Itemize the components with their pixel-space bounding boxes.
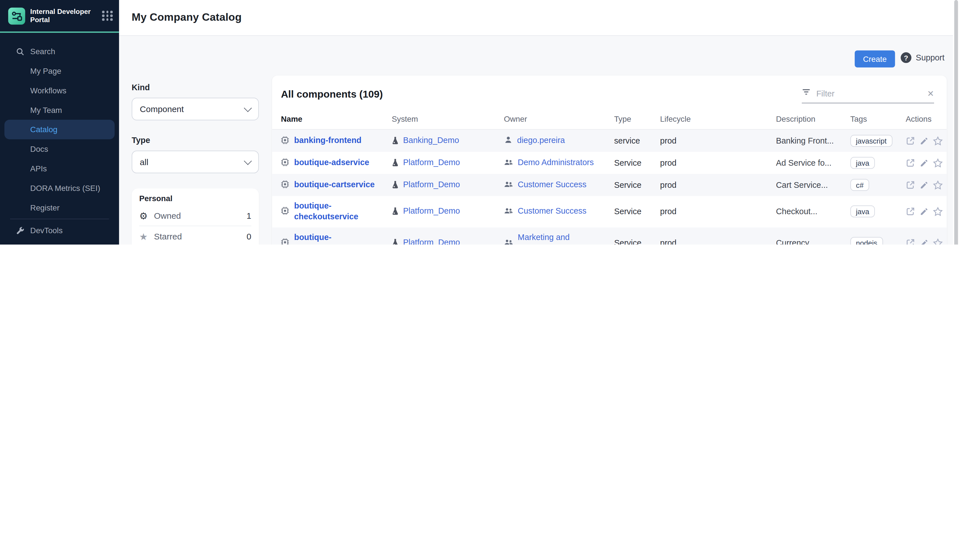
- star-icon[interactable]: [933, 136, 943, 146]
- system-link[interactable]: Banking_Demo: [403, 135, 459, 146]
- star-icon[interactable]: [933, 158, 943, 168]
- type-cell: Service: [614, 207, 660, 216]
- table-filter: ✕: [802, 88, 934, 104]
- sidebar-item-label: DORA Metrics (SEI): [30, 183, 100, 192]
- owner-link[interactable]: Marketing and DevRel: [518, 232, 598, 245]
- sidebar-item-dora-metrics-sei[interactable]: DORA Metrics (SEI): [0, 178, 119, 198]
- edit-icon[interactable]: [920, 158, 928, 168]
- owned-filter[interactable]: ⚙ Owned 1: [139, 205, 251, 226]
- component-chip-icon: [281, 206, 289, 217]
- component-chip-icon: [281, 157, 289, 169]
- description-cell: Checkout...: [776, 207, 850, 216]
- column-header-tags[interactable]: Tags: [850, 115, 906, 123]
- table-row: boutique-currencyservicePlatform_DemoMar…: [272, 227, 947, 245]
- type-cell: service: [614, 136, 660, 145]
- owned-count: 1: [247, 211, 251, 220]
- filters-panel: Kind Component Type all Personal ⚙ Owned…: [132, 83, 259, 245]
- actions-cell: [906, 158, 939, 168]
- app-window: Internal Developer Portal Search My Page…: [0, 0, 980, 245]
- table-filter-input[interactable]: [815, 88, 923, 99]
- kind-select[interactable]: Component: [132, 97, 259, 120]
- star-icon[interactable]: [933, 180, 943, 190]
- column-header-system[interactable]: System: [392, 115, 504, 123]
- create-button[interactable]: Create: [855, 51, 895, 67]
- tag-chip: java: [850, 206, 875, 218]
- support-button[interactable]: ? Support: [900, 52, 944, 63]
- sidebar: Internal Developer Portal Search My Page…: [0, 0, 119, 245]
- sidebar-item-workflows[interactable]: Workflows: [0, 81, 119, 100]
- open-in-new-icon[interactable]: [906, 238, 915, 245]
- lifecycle-cell: prod: [660, 158, 776, 168]
- sidebar-item-devtools[interactable]: DevTools: [0, 220, 119, 240]
- group-icon: [504, 157, 513, 169]
- sidebar-item-label: APIs: [30, 164, 47, 173]
- column-header-owner[interactable]: Owner: [504, 115, 614, 123]
- system-link[interactable]: Platform_Demo: [403, 238, 460, 245]
- component-link[interactable]: boutique-currencyservice: [294, 232, 383, 245]
- sidebar-item-label: My Team: [30, 105, 62, 114]
- edit-icon[interactable]: [920, 207, 928, 217]
- system-icon: [392, 157, 399, 169]
- edit-icon[interactable]: [920, 238, 928, 245]
- sidebar-item-label: Register: [30, 203, 60, 212]
- components-card: All components (109) ✕: [272, 76, 947, 245]
- owner-link[interactable]: Customer Success: [518, 180, 586, 190]
- lifecycle-cell: prod: [660, 180, 776, 189]
- chevron-down-icon: [244, 157, 252, 164]
- scrollbar-thumb[interactable]: [954, 0, 958, 245]
- sidebar-item-docs[interactable]: Docs: [0, 139, 119, 159]
- open-in-new-icon[interactable]: [906, 158, 915, 168]
- actions-cell: [906, 180, 939, 190]
- star-icon: ★: [139, 231, 148, 241]
- column-header-type[interactable]: Type: [614, 115, 660, 123]
- system-link[interactable]: Platform_Demo: [403, 180, 460, 190]
- edit-icon[interactable]: [920, 180, 928, 190]
- description-cell: Banking Front...: [776, 136, 850, 145]
- starred-filter[interactable]: ★ Starred 0: [139, 226, 251, 245]
- type-cell: Service: [614, 158, 660, 168]
- star-icon[interactable]: [933, 238, 943, 245]
- group-icon: [504, 237, 513, 245]
- sidebar-item-my-team[interactable]: My Team: [0, 100, 119, 120]
- column-header-description[interactable]: Description: [776, 115, 850, 123]
- open-in-new-icon[interactable]: [906, 180, 915, 190]
- system-link[interactable]: Platform_Demo: [403, 158, 460, 168]
- component-chip-icon: [281, 237, 289, 245]
- column-header-lifecycle[interactable]: Lifecycle: [660, 115, 776, 123]
- owner-link[interactable]: Demo Administrators: [518, 158, 594, 168]
- edit-icon[interactable]: [920, 136, 928, 146]
- column-header-name[interactable]: Name: [281, 115, 392, 123]
- component-link[interactable]: boutique-cartservice: [294, 180, 375, 190]
- lifecycle-cell: prod: [660, 238, 776, 245]
- owner-link[interactable]: diego.pereira: [517, 135, 565, 146]
- main-area: My Company Catalog Create ? Support Kind…: [119, 0, 980, 245]
- sidebar-divider: [10, 219, 109, 219]
- component-link[interactable]: boutique-checkoutservice: [294, 201, 383, 223]
- scrollbar-area: [953, 0, 980, 245]
- component-link[interactable]: boutique-adservice: [294, 158, 369, 168]
- sidebar-item-register[interactable]: Register: [0, 198, 119, 217]
- open-in-new-icon[interactable]: [906, 207, 915, 217]
- tags-cell: java: [850, 157, 906, 169]
- owner-link[interactable]: Customer Success: [518, 206, 586, 217]
- system-link[interactable]: Platform_Demo: [403, 206, 460, 217]
- component-link[interactable]: banking-frontend: [294, 135, 361, 146]
- sidebar-item-apis[interactable]: APIs: [0, 159, 119, 178]
- sidebar-spacer: [0, 240, 119, 245]
- sidebar-item-my-page[interactable]: My Page: [0, 61, 119, 81]
- table-header-row: Name System Owner Type Lifecycle Descrip…: [272, 107, 947, 130]
- clear-filter-icon[interactable]: ✕: [927, 89, 934, 97]
- open-in-new-icon[interactable]: [906, 136, 915, 146]
- sidebar-item-search[interactable]: Search: [0, 42, 119, 61]
- star-icon[interactable]: [933, 207, 943, 217]
- tag-chip: java: [850, 157, 875, 169]
- page-header: My Company Catalog: [119, 0, 980, 36]
- apps-grid-icon[interactable]: [102, 11, 113, 21]
- sidebar-item-catalog[interactable]: Catalog: [5, 120, 115, 139]
- description-cell: Cart Service...: [776, 180, 850, 189]
- group-icon: [504, 179, 513, 191]
- type-select[interactable]: all: [132, 151, 259, 174]
- sidebar-item-label: Search: [30, 47, 55, 56]
- starred-count: 0: [247, 231, 251, 241]
- type-cell: Service: [614, 238, 660, 245]
